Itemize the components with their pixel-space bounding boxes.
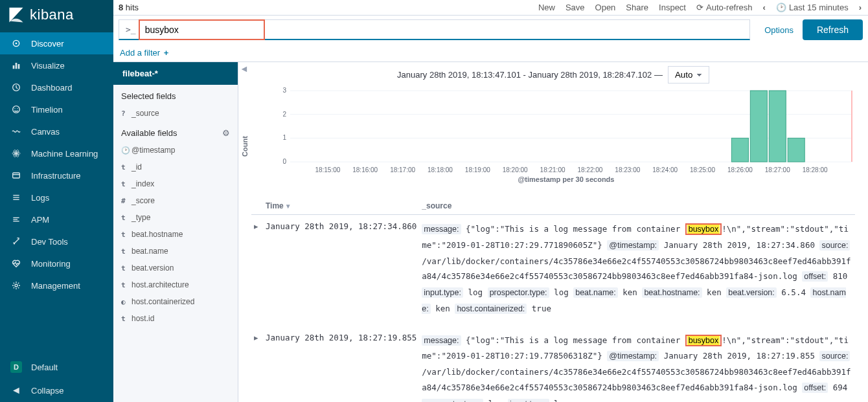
y-axis-label: Count [241, 136, 249, 157]
time-prev[interactable]: ‹ [763, 3, 766, 12]
sidebar-item-label: Dev Tools [31, 237, 68, 247]
nav-icon [9, 258, 23, 269]
sidebar-item-label: Canvas [31, 127, 60, 137]
nav-icon [9, 148, 23, 159]
refresh-icon: ⟳ [696, 3, 703, 12]
field-name: _source [131, 109, 159, 118]
interval-select[interactable]: Auto [668, 66, 709, 84]
expand-toggle[interactable]: ▸ [251, 215, 263, 326]
svg-text:18:18:00: 18:18:00 [428, 166, 453, 173]
action-inspect[interactable]: Inspect [659, 3, 686, 12]
sidebar-item-apm[interactable]: APM [0, 208, 113, 230]
field-type-icon: ? [121, 109, 131, 118]
collapse-fields-icon[interactable]: ◄ [238, 62, 251, 76]
chart-svg: 012318:15:0018:16:0018:17:0018:18:0018:1… [277, 87, 855, 175]
sidebar-space-default[interactable]: D Default [0, 355, 113, 379]
field-_score[interactable]: #_score [113, 192, 238, 209]
selected-fields-heading: Selected fields [113, 85, 238, 105]
field-_index[interactable]: t_index [113, 175, 238, 192]
gear-icon[interactable]: ⚙ [222, 128, 230, 138]
field-type-icon: # [121, 197, 131, 205]
svg-text:18:24:00: 18:24:00 [652, 166, 678, 173]
add-filter[interactable]: Add a filter + [120, 48, 168, 58]
svg-rect-4 [18, 64, 20, 69]
histogram[interactable]: Count 012318:15:0018:16:0018:17:0018:18:… [238, 87, 868, 197]
svg-text:18:28:00: 18:28:00 [803, 166, 828, 173]
action-open[interactable]: Open [595, 3, 616, 12]
nav-icon [9, 126, 23, 137]
doc-table: Time▼ _source ▸ January 28th 2019, 18:27… [238, 197, 868, 402]
kibana-logo[interactable]: kibana [0, 0, 113, 32]
sidebar-item-label: Dashboard [31, 83, 73, 93]
plus-icon: + [161, 48, 168, 58]
field-type-icon: ◐ [121, 298, 131, 306]
nav-icon [9, 192, 23, 203]
col-time[interactable]: Time▼ [263, 197, 419, 215]
field-name: host.id [131, 314, 154, 323]
field-beat.hostname[interactable]: tbeat.hostname [113, 226, 238, 243]
svg-text:18:27:00: 18:27:00 [765, 166, 790, 173]
sidebar-item-infrastructure[interactable]: Infrastructure [0, 164, 113, 186]
sidebar-item-discover[interactable]: Discover [0, 32, 113, 54]
time-picker[interactable]: 🕑 Last 15 minutes [776, 3, 849, 12]
field-host.id[interactable]: thost.id [113, 310, 238, 327]
sidebar-item-label: APM [31, 215, 49, 225]
field-name: beat.hostname [131, 230, 183, 239]
expand-toggle[interactable]: ▸ [251, 326, 263, 403]
collapse-icon: ◄ [9, 385, 23, 396]
sidebar-label: Collapse [31, 386, 64, 396]
action-new[interactable]: New [538, 3, 555, 12]
field-name: @timestamp [131, 146, 176, 155]
field-_type[interactable]: t_type [113, 209, 238, 226]
sidebar-item-management[interactable]: Management [0, 274, 113, 296]
field-name: _score [131, 196, 155, 205]
table-row: ▸ January 28th 2019, 18:27:19.855 messag… [251, 326, 855, 403]
field-_id[interactable]: t_id [113, 159, 238, 175]
svg-text:18:20:00: 18:20:00 [503, 166, 528, 173]
field-beat.version[interactable]: tbeat.version [113, 260, 238, 276]
field-host.containerized[interactable]: ◐host.containerized [113, 293, 238, 310]
sidebar: kibana DiscoverVisualizeDashboardTimelio… [0, 0, 113, 402]
sidebar-item-monitoring[interactable]: Monitoring [0, 252, 113, 274]
col-source[interactable]: _source [419, 197, 855, 215]
svg-text:1: 1 [282, 134, 286, 141]
query-bar: >_ Options Refresh [113, 16, 868, 44]
time-next[interactable]: › [859, 3, 862, 12]
sidebar-item-label: Visualize [31, 61, 65, 71]
sidebar-item-dev-tools[interactable]: Dev Tools [0, 230, 113, 252]
field-name: host.architecture [131, 280, 189, 289]
action-share[interactable]: Share [626, 3, 648, 12]
svg-text:18:23:00: 18:23:00 [615, 166, 640, 173]
field-type-icon: t [121, 247, 131, 256]
query-input[interactable] [145, 25, 258, 35]
cell-source: message: {"log":"This is a log message f… [419, 215, 855, 326]
field-beat.name[interactable]: tbeat.name [113, 243, 238, 260]
sidebar-collapse[interactable]: ◄ Collapse [0, 379, 113, 402]
sidebar-item-visualize[interactable]: Visualize [0, 54, 113, 76]
field-host.architecture[interactable]: thost.architecture [113, 276, 238, 293]
query-input-wrap[interactable]: >_ [119, 19, 750, 40]
sidebar-item-timelion[interactable]: Timelion [0, 98, 113, 120]
sidebar-item-dashboard[interactable]: Dashboard [0, 76, 113, 98]
sidebar-item-logs[interactable]: Logs [0, 186, 113, 208]
refresh-button[interactable]: Refresh [803, 19, 863, 40]
nav-icon [9, 104, 23, 115]
svg-rect-3 [16, 63, 17, 69]
filter-bar: Add a filter + [113, 44, 868, 62]
sidebar-item-canvas[interactable]: Canvas [0, 120, 113, 142]
field-name: beat.version [131, 263, 174, 273]
action-autorefresh[interactable]: ⟳ Auto-refresh [696, 3, 753, 12]
field-name: host.containerized [131, 297, 194, 306]
fields-panel: filebeat-* Selected fields ?_source Avai… [113, 62, 238, 402]
index-pattern[interactable]: filebeat-* [113, 62, 238, 85]
field-@timestamp[interactable]: 🕑@timestamp [113, 142, 238, 159]
query-options[interactable]: Options [755, 19, 803, 40]
field-type-icon: t [121, 163, 131, 172]
field-type-icon: t [121, 214, 131, 222]
svg-text:18:17:00: 18:17:00 [390, 166, 415, 173]
field-_source[interactable]: ?_source [113, 105, 238, 122]
sidebar-item-machine-learning[interactable]: Machine Learning [0, 142, 113, 164]
nav-icon [9, 82, 23, 93]
content: ◄ January 28th 2019, 18:13:47.101 - Janu… [238, 62, 868, 402]
action-save[interactable]: Save [565, 3, 585, 12]
